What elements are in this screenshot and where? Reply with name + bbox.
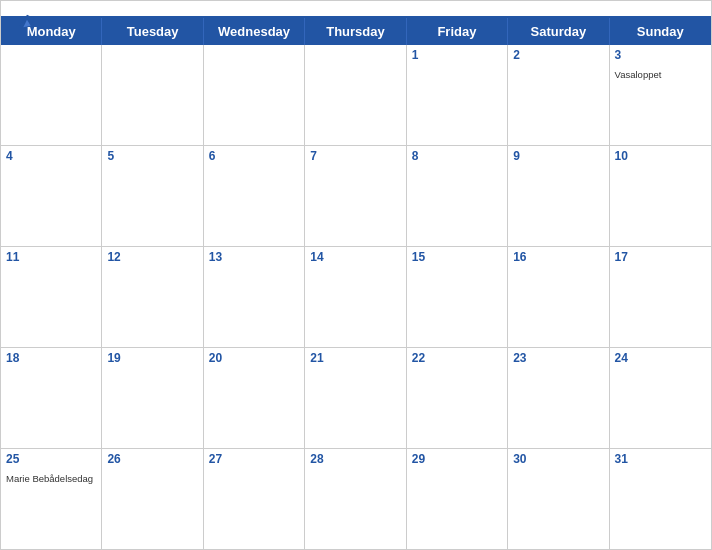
day-cell: 9: [508, 146, 609, 246]
day-number: 17: [615, 250, 706, 264]
day-cell: 15: [407, 247, 508, 347]
weeks-container: 123Vasaloppet456789101112131415161718192…: [1, 45, 711, 549]
logo-bird-icon: [16, 11, 38, 33]
week-row-1: 123Vasaloppet: [1, 45, 711, 146]
day-number: 30: [513, 452, 603, 466]
calendar-header: [1, 1, 711, 16]
day-number: 13: [209, 250, 299, 264]
day-cell: 1: [407, 45, 508, 145]
day-header-tuesday: Tuesday: [102, 18, 203, 45]
day-cell: 4: [1, 146, 102, 246]
day-headers-row: MondayTuesdayWednesdayThursdayFridaySatu…: [1, 18, 711, 45]
event-text: Marie Bebådelsedag: [6, 473, 93, 484]
day-cell: 21: [305, 348, 406, 448]
week-row-2: 45678910: [1, 146, 711, 247]
day-number: 22: [412, 351, 502, 365]
day-header-sunday: Sunday: [610, 18, 711, 45]
day-number: 29: [412, 452, 502, 466]
event-text: Vasaloppet: [615, 69, 662, 80]
day-number: 24: [615, 351, 706, 365]
day-cell: 16: [508, 247, 609, 347]
calendar-container: MondayTuesdayWednesdayThursdayFridaySatu…: [0, 0, 712, 550]
day-cell: 10: [610, 146, 711, 246]
day-cell: 7: [305, 146, 406, 246]
day-number: 3: [615, 48, 706, 62]
day-cell: [1, 45, 102, 145]
day-number: 21: [310, 351, 400, 365]
day-number: 9: [513, 149, 603, 163]
day-cell: 5: [102, 146, 203, 246]
day-number: 8: [412, 149, 502, 163]
day-cell: 24: [610, 348, 711, 448]
day-cell: 30: [508, 449, 609, 549]
day-cell: 3Vasaloppet: [610, 45, 711, 145]
day-header-wednesday: Wednesday: [204, 18, 305, 45]
day-cell: 27: [204, 449, 305, 549]
day-header-friday: Friday: [407, 18, 508, 45]
day-number: 12: [107, 250, 197, 264]
day-cell: 31: [610, 449, 711, 549]
day-number: 25: [6, 452, 96, 466]
calendar-grid: MondayTuesdayWednesdayThursdayFridaySatu…: [1, 16, 711, 549]
day-number: 1: [412, 48, 502, 62]
day-cell: 26: [102, 449, 203, 549]
day-cell: 29: [407, 449, 508, 549]
day-cell: 2: [508, 45, 609, 145]
day-number: 11: [6, 250, 96, 264]
day-cell: 22: [407, 348, 508, 448]
day-number: 19: [107, 351, 197, 365]
day-number: 14: [310, 250, 400, 264]
week-row-4: 18192021222324: [1, 348, 711, 449]
day-number: 20: [209, 351, 299, 365]
day-cell: 14: [305, 247, 406, 347]
day-header-thursday: Thursday: [305, 18, 406, 45]
day-number: 31: [615, 452, 706, 466]
day-number: 2: [513, 48, 603, 62]
day-header-saturday: Saturday: [508, 18, 609, 45]
day-number: 28: [310, 452, 400, 466]
day-cell: [102, 45, 203, 145]
day-cell: 6: [204, 146, 305, 246]
day-cell: 23: [508, 348, 609, 448]
day-cell: [204, 45, 305, 145]
day-cell: 17: [610, 247, 711, 347]
day-cell: 18: [1, 348, 102, 448]
day-number: 27: [209, 452, 299, 466]
day-cell: 11: [1, 247, 102, 347]
day-cell: 12: [102, 247, 203, 347]
week-row-3: 11121314151617: [1, 247, 711, 348]
logo-area: [16, 11, 42, 33]
day-number: 10: [615, 149, 706, 163]
day-number: 15: [412, 250, 502, 264]
day-number: 26: [107, 452, 197, 466]
day-cell: 8: [407, 146, 508, 246]
day-number: 5: [107, 149, 197, 163]
day-cell: 28: [305, 449, 406, 549]
day-number: 6: [209, 149, 299, 163]
day-cell: [305, 45, 406, 145]
day-cell: 13: [204, 247, 305, 347]
day-cell: 20: [204, 348, 305, 448]
week-row-5: 25Marie Bebådelsedag262728293031: [1, 449, 711, 549]
day-number: 7: [310, 149, 400, 163]
day-cell: 25Marie Bebådelsedag: [1, 449, 102, 549]
day-number: 4: [6, 149, 96, 163]
day-number: 23: [513, 351, 603, 365]
day-number: 16: [513, 250, 603, 264]
day-number: 18: [6, 351, 96, 365]
day-cell: 19: [102, 348, 203, 448]
